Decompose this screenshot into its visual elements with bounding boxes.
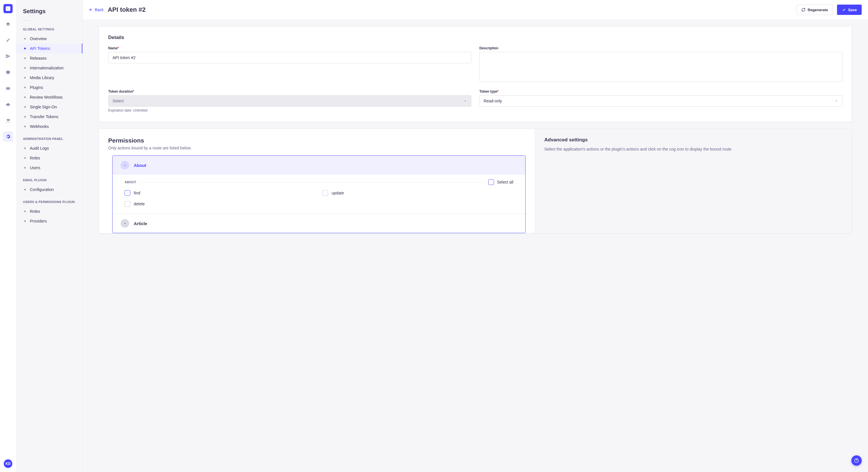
name-input[interactable] xyxy=(108,52,471,63)
permissions-card: Permissions Only actions bound by a rout… xyxy=(99,129,852,233)
check-icon xyxy=(842,8,846,12)
bullet-icon xyxy=(24,38,26,40)
sidebar-item-providers[interactable]: Providers xyxy=(16,216,82,226)
content-area: Details Name* Description Token duration… xyxy=(83,20,868,472)
sidebar-item-label: Webhooks xyxy=(30,124,49,129)
save-button[interactable]: Save xyxy=(837,5,862,15)
advanced-text: Select the application's actions or the … xyxy=(544,146,842,152)
sidebar-item-webhooks[interactable]: Webhooks xyxy=(16,122,82,131)
icon-rail: KD xyxy=(0,0,16,472)
type-value: Read-only xyxy=(484,99,502,103)
bullet-icon xyxy=(24,77,26,78)
action-label: find xyxy=(134,191,141,195)
save-label: Save xyxy=(848,8,857,12)
brand-logo[interactable] xyxy=(3,4,12,13)
duration-value: Select xyxy=(113,99,124,103)
permissions-left: Permissions Only actions bound by a rout… xyxy=(99,129,535,233)
sidebar-item-releases[interactable]: Releases xyxy=(16,53,82,63)
bullet-icon xyxy=(24,157,26,159)
sidebar-item-label: Releases xyxy=(30,56,46,61)
action-label: update xyxy=(332,191,344,195)
bullet-icon xyxy=(24,96,26,98)
sidebar-item-label: Single Sign-On xyxy=(30,105,57,109)
sidebar-item-label: Review Workflows xyxy=(30,95,63,100)
sidebar-item-configuration[interactable]: Configuration xyxy=(16,185,82,194)
settings-title: Settings xyxy=(16,7,82,18)
group-label: Users & Permissions Plugin xyxy=(16,198,82,206)
accordion-title: Article xyxy=(134,221,147,226)
sidebar-item-label: Overview xyxy=(30,36,46,41)
sidebar-item-label: Transfer Tokens xyxy=(30,114,59,119)
bullet-icon xyxy=(24,189,26,191)
sidebar-item-roles[interactable]: Roles xyxy=(16,206,82,216)
divider xyxy=(23,20,30,21)
bullet-icon xyxy=(24,210,26,212)
sidebar-item-roles[interactable]: Roles xyxy=(16,153,82,163)
settings-sidebar: Settings Global SettingsOverviewAPI Toke… xyxy=(16,0,83,472)
group-label: Email Plugin xyxy=(16,176,82,185)
sidebar-item-review-workflows[interactable]: Review Workflows xyxy=(16,92,82,102)
help-button[interactable] xyxy=(851,456,862,466)
back-link[interactable]: Back xyxy=(89,7,104,12)
divider xyxy=(139,182,486,182)
sidebar-item-media-library[interactable]: Media Library xyxy=(16,73,82,82)
accordion-header-article[interactable]: Article xyxy=(113,214,525,233)
sidebar-item-label: Audit Logs xyxy=(30,146,49,150)
bullet-icon xyxy=(24,167,26,169)
sidebar-item-plugins[interactable]: Plugins xyxy=(16,82,82,92)
settings-icon[interactable] xyxy=(3,131,13,142)
send-icon[interactable] xyxy=(3,51,13,61)
cart-icon[interactable] xyxy=(3,115,13,126)
description-input[interactable] xyxy=(479,52,842,82)
sidebar-item-transfer-tokens[interactable]: Transfer Tokens xyxy=(16,112,82,122)
duration-field: Token duration* Select Expiration date: … xyxy=(108,90,471,112)
bullet-icon xyxy=(24,147,26,149)
expand-toggle[interactable] xyxy=(121,219,129,228)
sidebar-item-label: API Tokens xyxy=(30,46,50,51)
sidebar-item-label: Internationalization xyxy=(30,66,64,70)
page-title: API token #2 xyxy=(107,6,146,13)
bullet-icon xyxy=(24,220,26,222)
sidebar-item-label: Providers xyxy=(30,219,47,224)
accordion-body-about: ABOUT Select all findupdatedelete xyxy=(113,175,525,214)
sidebar-item-single-sign-on[interactable]: Single Sign-On xyxy=(16,102,82,112)
bullet-icon xyxy=(24,67,26,69)
permissions-accordion: About ABOUT Select all findupdatedelete xyxy=(112,156,526,233)
cloud-icon[interactable] xyxy=(3,99,13,109)
accordion-header-about[interactable]: About xyxy=(113,156,525,175)
arrow-left-icon xyxy=(89,8,93,12)
sidebar-item-internationalization[interactable]: Internationalization xyxy=(16,63,82,73)
bullet-icon xyxy=(24,87,26,88)
regenerate-button[interactable]: Regenerate xyxy=(797,5,833,15)
help-icon xyxy=(854,458,859,463)
sidebar-item-label: Roles xyxy=(30,156,40,160)
action-checkbox[interactable] xyxy=(125,190,130,196)
sidebar-item-api-tokens[interactable]: API Tokens xyxy=(16,43,82,53)
sidebar-item-overview[interactable]: Overview xyxy=(16,34,82,43)
sidebar-item-users[interactable]: Users xyxy=(16,163,82,173)
permissions-heading: Permissions xyxy=(108,137,526,144)
content-icon[interactable] xyxy=(3,35,13,45)
type-label: Token type* xyxy=(479,90,842,94)
action-delete: delete xyxy=(125,201,315,207)
bullet-icon xyxy=(24,57,26,59)
bullet-icon xyxy=(24,126,26,127)
action-checkbox[interactable] xyxy=(322,190,328,196)
action-checkbox[interactable] xyxy=(125,201,130,207)
card-icon[interactable] xyxy=(3,83,13,94)
collapse-toggle[interactable] xyxy=(121,161,129,169)
section-label: ABOUT xyxy=(125,180,136,184)
avatar[interactable]: KD xyxy=(4,460,12,468)
sidebar-item-label: Media Library xyxy=(30,75,54,80)
type-select[interactable]: Read-only xyxy=(479,95,842,107)
media-icon[interactable] xyxy=(3,67,13,77)
sidebar-item-label: Roles xyxy=(30,209,40,214)
sidebar-item-audit-logs[interactable]: Audit Logs xyxy=(16,143,82,153)
select-all-checkbox[interactable] xyxy=(488,179,494,185)
bullet-icon xyxy=(24,47,26,49)
accordion-title: About xyxy=(134,163,146,168)
caret-down-icon xyxy=(835,99,838,103)
description-field: Description xyxy=(479,46,842,82)
description-label: Description xyxy=(479,46,842,50)
home-icon[interactable] xyxy=(3,19,13,29)
